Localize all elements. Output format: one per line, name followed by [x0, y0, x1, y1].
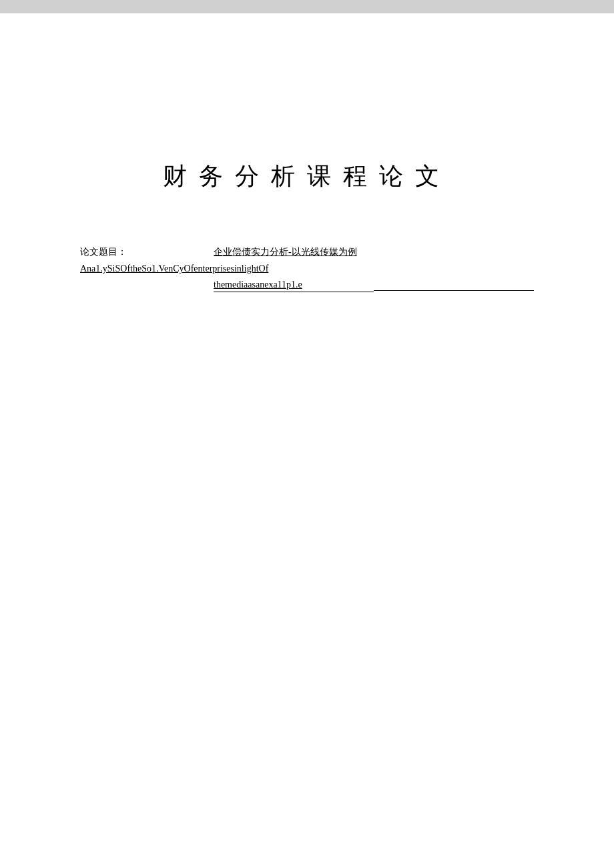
- document-page: 财务分析课程论文 论文题目： 企业偿债实力分析-以光线传媒为例 Ana1.ySi…: [0, 13, 614, 868]
- topic-row: 论文题目： 企业偿债实力分析-以光线传媒为例: [80, 246, 534, 258]
- info-section: 论文题目： 企业偿债实力分析-以光线传媒为例 Ana1.ySiSOftheSo1…: [80, 246, 534, 292]
- main-title: 财务分析课程论文: [80, 160, 534, 193]
- topic-content: 企业偿债实力分析-以光线传媒为例: [133, 246, 534, 258]
- chinese-topic-text: 企业偿债实力分析-以光线传媒为例: [214, 247, 357, 257]
- english-title-row: Ana1.ySiSOftheSo1.VenCyOfenterprisesinli…: [80, 264, 534, 292]
- english-line1-text: Ana1.ySiSOftheSo1.VenCyOfenterprisesinli…: [80, 264, 268, 274]
- english-line2-text: themediaasanexa11p1.e: [214, 280, 374, 292]
- topic-label: 论文题目：: [80, 246, 133, 258]
